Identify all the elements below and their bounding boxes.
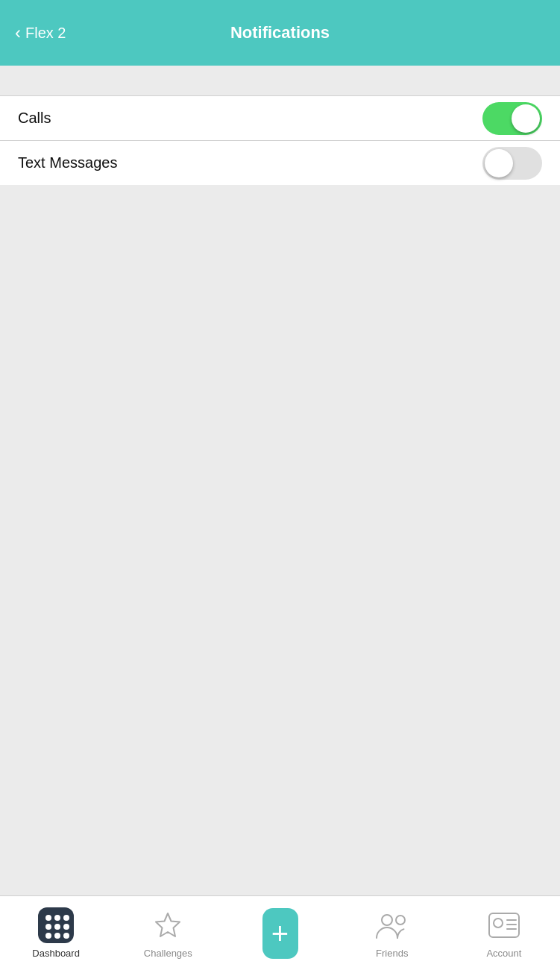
- add-button-icon: +: [262, 908, 298, 959]
- dashboard-icon: [38, 907, 74, 943]
- text-messages-row: Text Messages: [0, 141, 560, 186]
- challenges-icon: [150, 907, 186, 943]
- header: ‹ Flex 2 Notifications: [0, 0, 560, 66]
- tab-friends[interactable]: Friends: [336, 907, 448, 959]
- account-tab-label: Account: [486, 948, 521, 959]
- dot-9: [63, 933, 69, 939]
- back-button[interactable]: ‹ Flex 2: [15, 22, 66, 43]
- text-messages-toggle[interactable]: [482, 147, 542, 180]
- star-icon: [153, 910, 183, 940]
- calls-row: Calls: [0, 96, 560, 141]
- dot-3: [63, 915, 69, 921]
- dot-2: [54, 915, 60, 921]
- header-spacer: [0, 66, 560, 95]
- tab-challenges[interactable]: Challenges: [112, 907, 224, 959]
- dot-7: [45, 933, 51, 939]
- calls-label: Calls: [18, 110, 51, 127]
- tab-dashboard[interactable]: Dashboard: [0, 907, 112, 959]
- tab-account[interactable]: Account: [448, 907, 560, 959]
- calls-toggle-knob: [512, 104, 540, 133]
- content-area: [0, 185, 560, 895]
- friends-people-icon: [375, 911, 409, 939]
- dot-5: [54, 924, 60, 930]
- page-title: Notifications: [230, 23, 330, 42]
- tab-bar: Dashboard Challenges + Friends: [0, 895, 560, 970]
- add-icon: +: [262, 916, 298, 951]
- settings-list: Calls Text Messages: [0, 95, 560, 186]
- text-messages-label: Text Messages: [18, 154, 117, 171]
- friends-icon: [374, 907, 410, 943]
- svg-point-1: [382, 915, 392, 925]
- dot-8: [54, 933, 60, 939]
- friends-tab-label: Friends: [376, 948, 408, 959]
- back-label: Flex 2: [25, 25, 66, 42]
- dashboard-grid: [38, 907, 74, 943]
- dot-4: [45, 924, 51, 930]
- account-icon: [486, 907, 522, 943]
- tab-add[interactable]: +: [224, 916, 336, 951]
- text-messages-toggle-knob: [485, 149, 513, 177]
- svg-point-2: [396, 916, 405, 925]
- dot-6: [63, 924, 69, 930]
- account-card-icon: [488, 912, 520, 939]
- svg-marker-0: [156, 913, 180, 936]
- back-chevron-icon: ‹: [15, 22, 21, 43]
- svg-point-4: [494, 919, 503, 928]
- challenges-tab-label: Challenges: [144, 948, 192, 959]
- calls-toggle[interactable]: [482, 102, 542, 135]
- dashboard-tab-label: Dashboard: [32, 948, 80, 959]
- dot-1: [45, 915, 51, 921]
